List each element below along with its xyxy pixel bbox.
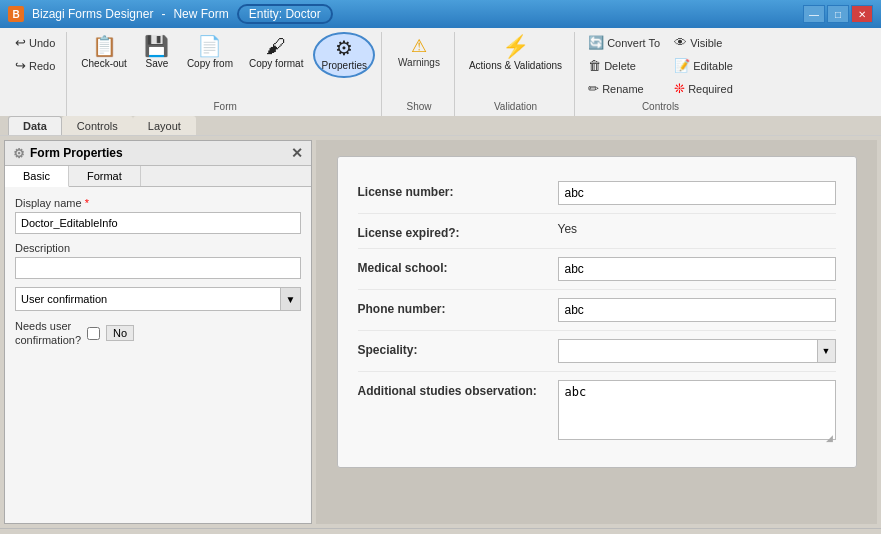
tab-layout[interactable]: Layout bbox=[133, 116, 196, 135]
user-confirmation-group: ▼ bbox=[15, 287, 301, 311]
checkout-button[interactable]: 📋 Check-out bbox=[75, 32, 133, 74]
table-row: License expired?: Yes bbox=[358, 214, 836, 249]
delete-button[interactable]: 🗑 Delete bbox=[583, 55, 665, 76]
controls-group-label: controls bbox=[583, 99, 738, 114]
validation-group-label: validation bbox=[463, 99, 568, 114]
additional-studies-label: Additional studies observation: bbox=[358, 380, 558, 398]
required-star: * bbox=[85, 197, 89, 209]
copy-format-icon: 🖌 bbox=[266, 36, 286, 56]
convert-to-icon: 🔄 bbox=[588, 35, 604, 50]
resize-handle-icon: ◢ bbox=[826, 433, 836, 443]
visible-icon: 👁 bbox=[674, 35, 687, 50]
form-props-tab-format[interactable]: Format bbox=[69, 166, 141, 186]
ribbon-toolbar: ↩ Undo ↪ Redo 📋 Check-out 💾 bbox=[0, 28, 881, 116]
entity-badge: Entity: Doctor bbox=[237, 4, 333, 24]
save-button[interactable]: 💾 Save bbox=[137, 32, 177, 74]
form-properties-title: ⚙ Form Properties bbox=[13, 146, 123, 161]
needs-confirmation-row: Needs user confirmation? No bbox=[15, 319, 301, 348]
right-canvas: License number: License expired?: Yes Me… bbox=[316, 140, 877, 524]
ribbon-group-validation: ⚡ Actions & Validations validation bbox=[457, 32, 575, 116]
ribbon-tabs: Data Controls Layout bbox=[0, 116, 881, 135]
phone-number-input[interactable] bbox=[558, 298, 836, 322]
form-props-gear-icon: ⚙ bbox=[13, 146, 25, 161]
speciality-label: Speciality: bbox=[358, 339, 558, 357]
license-number-label: License number: bbox=[358, 181, 558, 199]
warnings-button[interactable]: ⚠ Warnings bbox=[390, 32, 448, 71]
license-expired-label: License expired?: bbox=[358, 222, 558, 240]
main-content: ⚙ Form Properties ✕ Basic Format Display… bbox=[0, 136, 881, 528]
ribbon-group-history: ↩ Undo ↪ Redo bbox=[4, 32, 67, 116]
table-row: Phone number: bbox=[358, 290, 836, 331]
redo-button[interactable]: ↪ Redo bbox=[10, 55, 60, 76]
properties-button[interactable]: ⚙ Properties bbox=[313, 32, 375, 78]
undo-button[interactable]: ↩ Undo bbox=[10, 32, 60, 53]
table-row: Medical school: bbox=[358, 249, 836, 290]
app-title: Bizagi Forms Designer bbox=[32, 7, 153, 21]
license-expired-value: Yes bbox=[558, 222, 836, 236]
license-number-value bbox=[558, 181, 836, 205]
table-row: Speciality: ▼ bbox=[358, 331, 836, 372]
display-name-input[interactable] bbox=[15, 212, 301, 234]
description-field-group: Description bbox=[15, 242, 301, 279]
form-props-body: Display name * Description ▼ N bbox=[5, 187, 311, 358]
history-group-items: ↩ Undo ↪ Redo bbox=[10, 32, 60, 114]
user-confirmation-arrow[interactable]: ▼ bbox=[281, 287, 301, 311]
additional-studies-value: abc ◢ bbox=[558, 380, 836, 443]
form-name: New Form bbox=[173, 7, 228, 21]
tab-controls[interactable]: Controls bbox=[62, 116, 133, 135]
license-expired-text: Yes bbox=[558, 218, 578, 236]
app-icon: B bbox=[8, 6, 24, 22]
form-canvas: License number: License expired?: Yes Me… bbox=[337, 156, 857, 468]
no-radio-label[interactable]: No bbox=[106, 325, 134, 341]
copy-format-button[interactable]: 🖌 Copy format bbox=[243, 32, 309, 74]
phone-number-value bbox=[558, 298, 836, 322]
actions-validations-button[interactable]: ⚡ Actions & Validations bbox=[463, 32, 568, 76]
editable-icon: 📝 bbox=[674, 58, 690, 73]
phone-number-label: Phone number: bbox=[358, 298, 558, 316]
form-properties-close[interactable]: ✕ bbox=[291, 145, 303, 161]
rename-icon: ✏ bbox=[588, 81, 599, 96]
form-group-label: form bbox=[75, 99, 375, 114]
form-properties-header: ⚙ Form Properties ✕ bbox=[5, 141, 311, 166]
required-button[interactable]: ❊ Required bbox=[669, 78, 738, 99]
visible-button[interactable]: 👁 Visible bbox=[669, 32, 738, 53]
additional-studies-textarea[interactable]: abc bbox=[558, 380, 836, 440]
speciality-value: ▼ bbox=[558, 339, 836, 363]
copy-from-button[interactable]: 📄 Copy from bbox=[181, 32, 239, 74]
needs-confirmation-label: Needs user bbox=[15, 319, 81, 333]
left-panel: ⚙ Form Properties ✕ Basic Format Display… bbox=[4, 140, 312, 524]
title-bar: B Bizagi Forms Designer - New Form Entit… bbox=[0, 0, 881, 28]
actions-icon: ⚡ bbox=[502, 36, 529, 58]
maximize-button[interactable]: □ bbox=[827, 5, 849, 23]
display-name-field-group: Display name * bbox=[15, 197, 301, 234]
needs-confirmation-label2: confirmation? bbox=[15, 333, 81, 347]
user-confirmation-input[interactable] bbox=[15, 287, 281, 311]
properties-icon: ⚙ bbox=[335, 38, 353, 58]
medical-school-input[interactable] bbox=[558, 257, 836, 281]
tab-data[interactable]: Data bbox=[8, 116, 62, 135]
save-icon: 💾 bbox=[144, 36, 169, 56]
speciality-select[interactable] bbox=[558, 339, 818, 363]
ribbon-group-show: ⚠ Warnings show bbox=[384, 32, 455, 116]
speciality-arrow[interactable]: ▼ bbox=[818, 339, 836, 363]
required-icon: ❊ bbox=[674, 81, 685, 96]
needs-confirmation-checkbox[interactable] bbox=[87, 327, 100, 340]
delete-icon: 🗑 bbox=[588, 58, 601, 73]
close-button[interactable]: ✕ bbox=[851, 5, 873, 23]
medical-school-value bbox=[558, 257, 836, 281]
editable-button[interactable]: 📝 Editable bbox=[669, 55, 738, 76]
minimize-button[interactable]: — bbox=[803, 5, 825, 23]
undo-icon: ↩ bbox=[15, 35, 26, 50]
table-row: License number: bbox=[358, 173, 836, 214]
table-row: Additional studies observation: abc ◢ bbox=[358, 372, 836, 451]
title-bar-text: B Bizagi Forms Designer - New Form Entit… bbox=[8, 4, 333, 24]
license-number-input[interactable] bbox=[558, 181, 836, 205]
convert-to-button[interactable]: 🔄 Convert To bbox=[583, 32, 665, 53]
description-input[interactable] bbox=[15, 257, 301, 279]
checkout-icon: 📋 bbox=[92, 36, 117, 56]
show-group-label: show bbox=[390, 99, 448, 114]
rename-button[interactable]: ✏ Rename bbox=[583, 78, 665, 99]
display-name-label: Display name * bbox=[15, 197, 301, 209]
ribbon: ↩ Undo ↪ Redo 📋 Check-out 💾 bbox=[0, 28, 881, 136]
form-props-tab-basic[interactable]: Basic bbox=[5, 166, 69, 187]
